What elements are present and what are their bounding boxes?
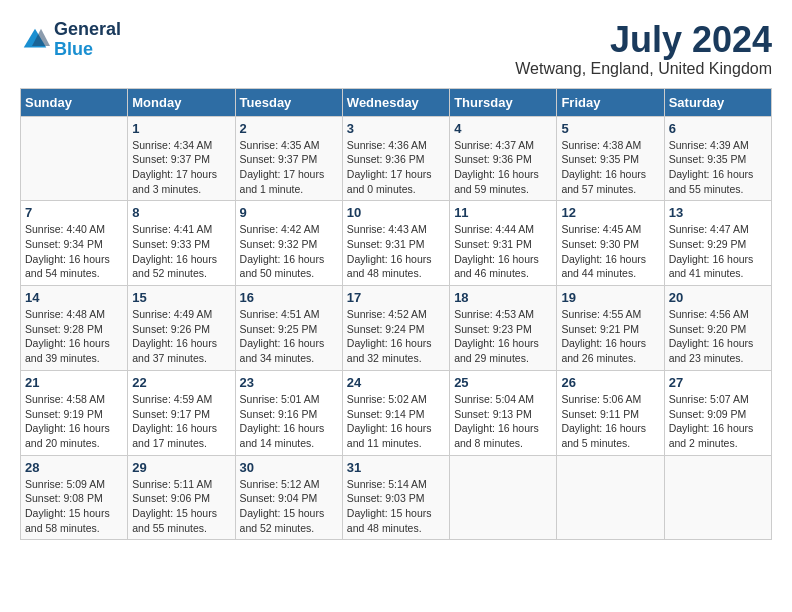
- week-row-1: 1Sunrise: 4:34 AM Sunset: 9:37 PM Daylig…: [21, 116, 772, 201]
- calendar-cell: 29Sunrise: 5:11 AM Sunset: 9:06 PM Dayli…: [128, 455, 235, 540]
- cell-info: Sunrise: 5:02 AM Sunset: 9:14 PM Dayligh…: [347, 392, 445, 451]
- cell-info: Sunrise: 5:01 AM Sunset: 9:16 PM Dayligh…: [240, 392, 338, 451]
- cell-info: Sunrise: 4:59 AM Sunset: 9:17 PM Dayligh…: [132, 392, 230, 451]
- day-number: 7: [25, 205, 123, 220]
- calendar-cell: [557, 455, 664, 540]
- calendar-cell: 12Sunrise: 4:45 AM Sunset: 9:30 PM Dayli…: [557, 201, 664, 286]
- day-number: 17: [347, 290, 445, 305]
- calendar-cell: 22Sunrise: 4:59 AM Sunset: 9:17 PM Dayli…: [128, 370, 235, 455]
- calendar-cell: 30Sunrise: 5:12 AM Sunset: 9:04 PM Dayli…: [235, 455, 342, 540]
- page-subtitle: Wetwang, England, United Kingdom: [515, 60, 772, 78]
- day-number: 31: [347, 460, 445, 475]
- day-number: 5: [561, 121, 659, 136]
- cell-info: Sunrise: 4:41 AM Sunset: 9:33 PM Dayligh…: [132, 222, 230, 281]
- day-number: 22: [132, 375, 230, 390]
- cell-info: Sunrise: 4:42 AM Sunset: 9:32 PM Dayligh…: [240, 222, 338, 281]
- day-number: 27: [669, 375, 767, 390]
- calendar-cell: 2Sunrise: 4:35 AM Sunset: 9:37 PM Daylig…: [235, 116, 342, 201]
- cell-info: Sunrise: 4:53 AM Sunset: 9:23 PM Dayligh…: [454, 307, 552, 366]
- day-number: 10: [347, 205, 445, 220]
- cell-info: Sunrise: 4:37 AM Sunset: 9:36 PM Dayligh…: [454, 138, 552, 197]
- logo-general-text: General: [54, 20, 121, 40]
- day-number: 24: [347, 375, 445, 390]
- day-number: 1: [132, 121, 230, 136]
- day-number: 16: [240, 290, 338, 305]
- cell-info: Sunrise: 4:43 AM Sunset: 9:31 PM Dayligh…: [347, 222, 445, 281]
- calendar-cell: 21Sunrise: 4:58 AM Sunset: 9:19 PM Dayli…: [21, 370, 128, 455]
- header-cell-saturday: Saturday: [664, 88, 771, 116]
- logo-blue-text: Blue: [54, 40, 121, 60]
- calendar-cell: 9Sunrise: 4:42 AM Sunset: 9:32 PM Daylig…: [235, 201, 342, 286]
- cell-info: Sunrise: 4:39 AM Sunset: 9:35 PM Dayligh…: [669, 138, 767, 197]
- calendar-cell: 24Sunrise: 5:02 AM Sunset: 9:14 PM Dayli…: [342, 370, 449, 455]
- day-number: 30: [240, 460, 338, 475]
- page-title: July 2024: [515, 20, 772, 60]
- day-number: 29: [132, 460, 230, 475]
- calendar-cell: 20Sunrise: 4:56 AM Sunset: 9:20 PM Dayli…: [664, 286, 771, 371]
- cell-info: Sunrise: 5:11 AM Sunset: 9:06 PM Dayligh…: [132, 477, 230, 536]
- calendar-cell: 15Sunrise: 4:49 AM Sunset: 9:26 PM Dayli…: [128, 286, 235, 371]
- day-number: 12: [561, 205, 659, 220]
- day-number: 8: [132, 205, 230, 220]
- week-row-2: 7Sunrise: 4:40 AM Sunset: 9:34 PM Daylig…: [21, 201, 772, 286]
- calendar-cell: 16Sunrise: 4:51 AM Sunset: 9:25 PM Dayli…: [235, 286, 342, 371]
- cell-info: Sunrise: 5:06 AM Sunset: 9:11 PM Dayligh…: [561, 392, 659, 451]
- day-number: 14: [25, 290, 123, 305]
- day-number: 3: [347, 121, 445, 136]
- header-cell-monday: Monday: [128, 88, 235, 116]
- cell-info: Sunrise: 4:56 AM Sunset: 9:20 PM Dayligh…: [669, 307, 767, 366]
- calendar-cell: 1Sunrise: 4:34 AM Sunset: 9:37 PM Daylig…: [128, 116, 235, 201]
- day-number: 26: [561, 375, 659, 390]
- calendar-cell: 25Sunrise: 5:04 AM Sunset: 9:13 PM Dayli…: [450, 370, 557, 455]
- day-number: 13: [669, 205, 767, 220]
- day-number: 9: [240, 205, 338, 220]
- calendar-cell: 31Sunrise: 5:14 AM Sunset: 9:03 PM Dayli…: [342, 455, 449, 540]
- page-header: General Blue July 2024 Wetwang, England,…: [20, 20, 772, 78]
- calendar-cell: 11Sunrise: 4:44 AM Sunset: 9:31 PM Dayli…: [450, 201, 557, 286]
- day-number: 4: [454, 121, 552, 136]
- header-cell-tuesday: Tuesday: [235, 88, 342, 116]
- day-number: 25: [454, 375, 552, 390]
- header-cell-sunday: Sunday: [21, 88, 128, 116]
- cell-info: Sunrise: 4:58 AM Sunset: 9:19 PM Dayligh…: [25, 392, 123, 451]
- cell-info: Sunrise: 4:55 AM Sunset: 9:21 PM Dayligh…: [561, 307, 659, 366]
- cell-info: Sunrise: 4:44 AM Sunset: 9:31 PM Dayligh…: [454, 222, 552, 281]
- day-number: 23: [240, 375, 338, 390]
- calendar-cell: 10Sunrise: 4:43 AM Sunset: 9:31 PM Dayli…: [342, 201, 449, 286]
- calendar-cell: 4Sunrise: 4:37 AM Sunset: 9:36 PM Daylig…: [450, 116, 557, 201]
- day-number: 20: [669, 290, 767, 305]
- calendar-cell: 8Sunrise: 4:41 AM Sunset: 9:33 PM Daylig…: [128, 201, 235, 286]
- week-row-4: 21Sunrise: 4:58 AM Sunset: 9:19 PM Dayli…: [21, 370, 772, 455]
- cell-info: Sunrise: 4:36 AM Sunset: 9:36 PM Dayligh…: [347, 138, 445, 197]
- cell-info: Sunrise: 4:51 AM Sunset: 9:25 PM Dayligh…: [240, 307, 338, 366]
- calendar-cell: 3Sunrise: 4:36 AM Sunset: 9:36 PM Daylig…: [342, 116, 449, 201]
- calendar-cell: 6Sunrise: 4:39 AM Sunset: 9:35 PM Daylig…: [664, 116, 771, 201]
- calendar-cell: [664, 455, 771, 540]
- calendar-cell: 19Sunrise: 4:55 AM Sunset: 9:21 PM Dayli…: [557, 286, 664, 371]
- header-cell-wednesday: Wednesday: [342, 88, 449, 116]
- week-row-5: 28Sunrise: 5:09 AM Sunset: 9:08 PM Dayli…: [21, 455, 772, 540]
- week-row-3: 14Sunrise: 4:48 AM Sunset: 9:28 PM Dayli…: [21, 286, 772, 371]
- day-number: 15: [132, 290, 230, 305]
- cell-info: Sunrise: 4:47 AM Sunset: 9:29 PM Dayligh…: [669, 222, 767, 281]
- cell-info: Sunrise: 4:40 AM Sunset: 9:34 PM Dayligh…: [25, 222, 123, 281]
- day-number: 11: [454, 205, 552, 220]
- cell-info: Sunrise: 4:48 AM Sunset: 9:28 PM Dayligh…: [25, 307, 123, 366]
- day-number: 21: [25, 375, 123, 390]
- logo: General Blue: [20, 20, 121, 60]
- cell-info: Sunrise: 5:09 AM Sunset: 9:08 PM Dayligh…: [25, 477, 123, 536]
- cell-info: Sunrise: 5:14 AM Sunset: 9:03 PM Dayligh…: [347, 477, 445, 536]
- logo-icon: [20, 25, 50, 55]
- header-cell-friday: Friday: [557, 88, 664, 116]
- header-row: SundayMondayTuesdayWednesdayThursdayFrid…: [21, 88, 772, 116]
- title-section: July 2024 Wetwang, England, United Kingd…: [515, 20, 772, 78]
- cell-info: Sunrise: 5:12 AM Sunset: 9:04 PM Dayligh…: [240, 477, 338, 536]
- day-number: 28: [25, 460, 123, 475]
- cell-info: Sunrise: 4:49 AM Sunset: 9:26 PM Dayligh…: [132, 307, 230, 366]
- cell-info: Sunrise: 4:52 AM Sunset: 9:24 PM Dayligh…: [347, 307, 445, 366]
- calendar-cell: [450, 455, 557, 540]
- calendar-cell: 27Sunrise: 5:07 AM Sunset: 9:09 PM Dayli…: [664, 370, 771, 455]
- calendar-cell: 7Sunrise: 4:40 AM Sunset: 9:34 PM Daylig…: [21, 201, 128, 286]
- calendar-cell: 13Sunrise: 4:47 AM Sunset: 9:29 PM Dayli…: [664, 201, 771, 286]
- cell-info: Sunrise: 4:45 AM Sunset: 9:30 PM Dayligh…: [561, 222, 659, 281]
